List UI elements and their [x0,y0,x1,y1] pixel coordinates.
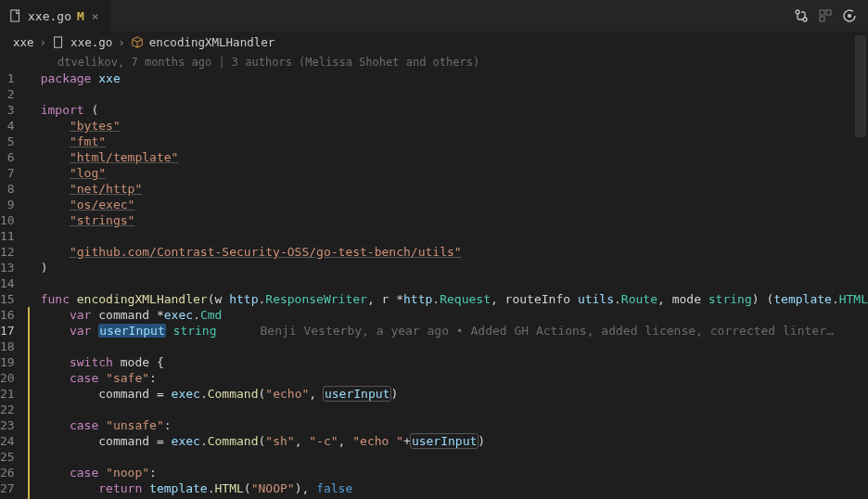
code-editor[interactable]: 1234567891011121314151617181920212223242… [0,69,868,499]
go-file-icon [9,9,22,22]
svg-rect-0 [11,10,19,21]
symbol-icon [131,36,144,49]
tab-modified-indicator: M [77,9,84,23]
editor-actions [794,8,868,23]
svg-point-6 [849,15,851,18]
git-blame-lens: Benji Vesterby, a year ago • Added GH Ac… [261,324,834,338]
tabbar: xxe.go M × [0,0,868,32]
git-compare-icon[interactable] [794,8,809,23]
extension-icon[interactable] [818,8,833,23]
code-area[interactable]: package xxe import ( "bytes" "fmt" "html… [28,70,868,499]
crumb-file[interactable]: xxe.go [70,35,112,49]
svg-rect-3 [820,10,824,15]
tab-xxe[interactable]: xxe.go M × [0,0,110,32]
scroll-thumb[interactable] [855,35,866,137]
chevron-right-icon: › [40,35,47,49]
svg-point-1 [796,10,799,14]
file-icon [52,36,65,49]
chevron-right-icon: › [118,35,125,49]
crumb-root[interactable]: xxe [13,35,34,49]
svg-rect-4 [826,10,831,15]
breadcrumb: xxe › xxe.go › encodingXMLHandler [0,32,868,53]
svg-rect-7 [55,36,62,46]
tab-filename: xxe.go [28,9,71,23]
git-blame-summary: dtvelikov, 7 months ago | 3 authors (Mel… [0,56,868,69]
sync-icon[interactable] [842,8,857,23]
svg-point-2 [803,18,807,21]
svg-rect-5 [820,17,824,21]
selection: userInput [98,324,165,338]
crumb-symbol[interactable]: encodingXMLHandler [149,35,274,49]
line-gutter: 1234567891011121314151617181920212223242… [0,70,28,499]
close-icon[interactable]: × [90,9,101,23]
scrollbar[interactable] [855,35,866,490]
